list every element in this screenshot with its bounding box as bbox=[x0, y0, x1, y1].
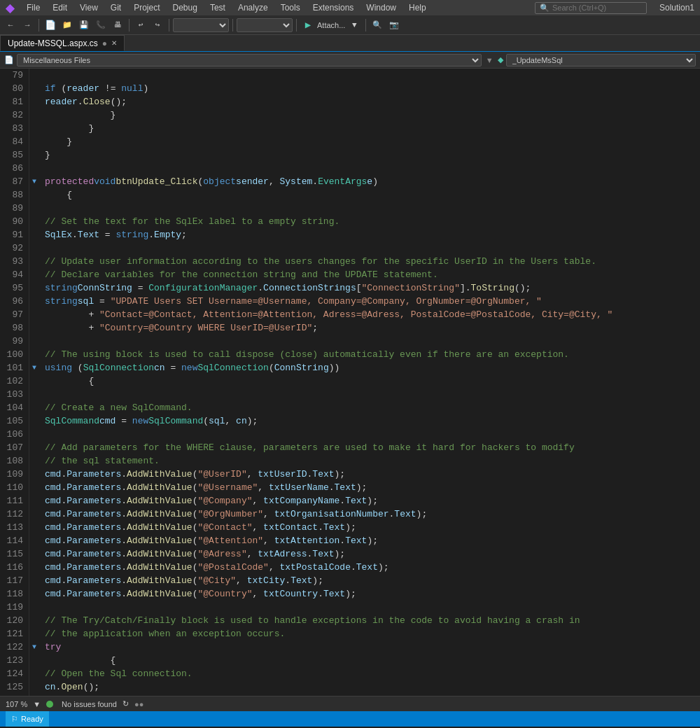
line-number-124: 124 bbox=[3, 667, 23, 680]
code-line-103[interactable] bbox=[45, 388, 694, 401]
tab-label: Update-MSSQL.aspx.cs bbox=[8, 38, 98, 48]
menu-item-window[interactable]: Window bbox=[360, 1, 402, 14]
code-line-105[interactable]: SqlCommand cmd = new SqlCommand(sql, cn)… bbox=[45, 414, 694, 428]
code-line-93[interactable]: // Update user information according to … bbox=[45, 255, 694, 268]
code-line-102[interactable]: { bbox=[45, 374, 694, 388]
code-line-100[interactable]: // The using block is used to call dispo… bbox=[45, 348, 694, 361]
code-line-97[interactable]: + "Contact=@Contact, Attention=@Attentio… bbox=[45, 308, 694, 321]
line-number-114: 114 bbox=[3, 534, 23, 547]
line-number-120: 120 bbox=[3, 614, 23, 627]
code-line-110[interactable]: cmd.Parameters.AddWithValue("@Username",… bbox=[45, 481, 694, 494]
code-line-108[interactable]: // the sql statement. bbox=[45, 454, 694, 468]
menu-item-extensions[interactable]: Extensions bbox=[307, 1, 360, 14]
tab-update-mssql[interactable]: Update-MSSQL.aspx.cs ● ✕ bbox=[0, 35, 125, 51]
menu-item-analyze[interactable]: Analyze bbox=[232, 1, 274, 14]
code-line-98[interactable]: + "Country=@Country WHERE UserID=@UserID… bbox=[45, 321, 694, 335]
toolbar-find-btn[interactable]: 🔍 bbox=[370, 18, 385, 33]
zoom-dropdown-icon[interactable]: ▼ bbox=[33, 700, 41, 708]
gutter-cell-125 bbox=[29, 680, 39, 694]
code-line-106[interactable] bbox=[45, 428, 694, 441]
code-line-119[interactable] bbox=[45, 601, 694, 614]
code-line-118[interactable]: cmd.Parameters.AddWithValue("@Country", … bbox=[45, 587, 694, 601]
toolbar-save-btn[interactable]: 💾 bbox=[76, 18, 92, 33]
gutter-cell-117 bbox=[29, 574, 39, 587]
menu-item-debug[interactable]: Debug bbox=[167, 1, 203, 14]
toolbar-platform-dropdown[interactable] bbox=[237, 18, 293, 32]
code-line-99[interactable] bbox=[45, 335, 694, 348]
code-line-111[interactable]: cmd.Parameters.AddWithValue("@Company", … bbox=[45, 494, 694, 507]
code-line-83[interactable]: } bbox=[45, 122, 694, 135]
code-line-90[interactable]: // Set the text for the SqlEx label to a… bbox=[45, 215, 694, 228]
file-left-dropdown[interactable]: Miscellaneous Files bbox=[17, 54, 482, 66]
menu-item-project[interactable]: Project bbox=[128, 1, 165, 14]
menu-item-edit[interactable]: Edit bbox=[47, 1, 73, 14]
code-line-101[interactable]: using (SqlConnection cn = new SqlConnect… bbox=[45, 361, 694, 374]
gutter-cell-87[interactable]: ▼ bbox=[29, 175, 39, 188]
info-refresh-btn[interactable]: ↻ bbox=[122, 699, 129, 708]
search-input[interactable] bbox=[552, 4, 636, 12]
tabbar: Update-MSSQL.aspx.cs ● ✕ bbox=[0, 35, 700, 52]
code-line-79[interactable] bbox=[45, 69, 694, 82]
menu-item-file[interactable]: File bbox=[21, 1, 46, 14]
code-line-117[interactable]: cmd.Parameters.AddWithValue("@City", txt… bbox=[45, 574, 694, 587]
code-line-88[interactable]: { bbox=[45, 188, 694, 202]
code-line-96[interactable]: string sql = "UPDATE Users SET Username=… bbox=[45, 295, 694, 308]
gutter-cell-82 bbox=[29, 108, 39, 122]
code-line-91[interactable]: SqlEx.Text = string.Empty; bbox=[45, 228, 694, 241]
code-line-81[interactable]: reader.Close(); bbox=[45, 95, 694, 108]
code-line-95[interactable]: string ConnString = ConfigurationManager… bbox=[45, 281, 694, 295]
code-line-94[interactable]: // Declare variables for the connection … bbox=[45, 268, 694, 281]
code-line-124[interactable]: // Open the Sql connection. bbox=[45, 667, 694, 680]
toolbar-config-dropdown[interactable] bbox=[173, 18, 229, 32]
code-line-120[interactable]: // The Try/Catch/Finally block is used t… bbox=[45, 614, 694, 627]
code-line-112[interactable]: cmd.Parameters.AddWithValue("@OrgNumber"… bbox=[45, 507, 694, 521]
toolbar-save-all-btn[interactable]: 📞 bbox=[93, 18, 108, 33]
menu-item-help[interactable]: Help bbox=[403, 1, 432, 14]
menu-item-view[interactable]: View bbox=[74, 1, 104, 14]
code-line-107[interactable]: // Add parameters for the WHERE clause, … bbox=[45, 441, 694, 454]
code-line-114[interactable]: cmd.Parameters.AddWithValue("@Attention"… bbox=[45, 534, 694, 547]
code-line-92[interactable] bbox=[45, 241, 694, 255]
code-line-123[interactable]: { bbox=[45, 654, 694, 667]
toolbar-start-btn[interactable]: ▶ bbox=[300, 18, 316, 33]
code-line-86[interactable] bbox=[45, 162, 694, 175]
menu-item-git[interactable]: Git bbox=[105, 1, 127, 14]
gutter-cell-107 bbox=[29, 441, 39, 454]
code-line-126[interactable]: // Execute the UPDATE statement. bbox=[45, 694, 694, 696]
gutter-cell-101[interactable]: ▼ bbox=[29, 361, 39, 374]
code-line-84[interactable]: } bbox=[45, 135, 694, 148]
code-line-82[interactable]: } bbox=[45, 108, 694, 122]
toolbar-undo-btn[interactable]: ↩ bbox=[133, 18, 148, 33]
line-number-99: 99 bbox=[3, 335, 23, 348]
code-line-80[interactable]: if (reader != null) bbox=[45, 82, 694, 95]
menu-item-test[interactable]: Test bbox=[204, 1, 231, 14]
code-line-121[interactable]: // the application when an exception occ… bbox=[45, 627, 694, 640]
toolbar-new-btn[interactable]: 📄 bbox=[43, 18, 58, 33]
code-line-89[interactable] bbox=[45, 202, 694, 215]
code-line-116[interactable]: cmd.Parameters.AddWithValue("@PostalCode… bbox=[45, 561, 694, 574]
code-line-85[interactable]: } bbox=[45, 148, 694, 162]
code-line-122[interactable]: try bbox=[45, 640, 694, 654]
toolbar-screenshot-btn[interactable]: 📷 bbox=[386, 18, 402, 33]
statusbar: ⚐ Ready bbox=[0, 711, 700, 727]
gutter-cell-122[interactable]: ▼ bbox=[29, 640, 39, 654]
code-line-113[interactable]: cmd.Parameters.AddWithValue("@Contact", … bbox=[45, 521, 694, 534]
gutter-cell-86 bbox=[29, 162, 39, 175]
toolbar-print-btn[interactable]: 🖶 bbox=[110, 18, 125, 33]
toolbar-back-btn[interactable]: ← bbox=[3, 18, 18, 33]
tab-close-icon[interactable]: ✕ bbox=[111, 39, 117, 47]
code-line-104[interactable]: // Create a new SqlCommand. bbox=[45, 401, 694, 414]
code-line-125[interactable]: cn.Open(); bbox=[45, 680, 694, 694]
menu-item-tools[interactable]: Tools bbox=[275, 1, 306, 14]
toolbar-redo-btn[interactable]: ↪ bbox=[150, 18, 165, 33]
toolbar-forward-btn[interactable]: → bbox=[20, 18, 35, 33]
toolbar-open-btn[interactable]: 📁 bbox=[59, 18, 75, 33]
search-box[interactable]: 🔍 bbox=[535, 2, 647, 14]
gutter[interactable]: ▼▼▼ bbox=[29, 69, 39, 696]
code-line-87[interactable]: protected void btnUpdate_Click(object se… bbox=[45, 175, 694, 188]
code-content[interactable]: if (reader != null) reader.Close(); } } … bbox=[39, 69, 700, 696]
file-right-dropdown[interactable]: _UpdateMsSql bbox=[506, 54, 696, 66]
code-line-115[interactable]: cmd.Parameters.AddWithValue("@Adress", t… bbox=[45, 547, 694, 561]
code-line-109[interactable]: cmd.Parameters.AddWithValue("@UserID", t… bbox=[45, 468, 694, 481]
toolbar-attach-dropdown[interactable]: ▼ bbox=[346, 18, 362, 33]
